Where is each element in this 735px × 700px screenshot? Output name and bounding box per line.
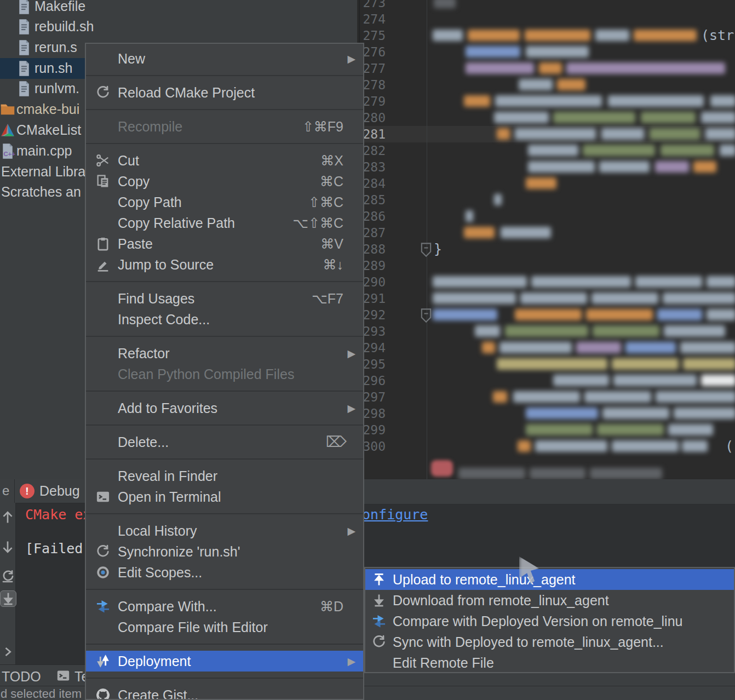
empty-icon xyxy=(94,346,112,361)
terminal-icon xyxy=(56,668,71,683)
compare-icon xyxy=(94,599,112,614)
menu-item-label: Deployment xyxy=(118,653,191,669)
tree-item-label: rerun.s xyxy=(35,39,77,55)
empty-icon xyxy=(94,468,112,484)
tree-item-label: External Libra xyxy=(1,164,85,180)
menu-item-label: Local History xyxy=(118,523,197,539)
cmake-failed-text: [Failed xyxy=(25,541,83,556)
menu-item-edit-scopes[interactable]: Edit Scopes... xyxy=(86,562,363,583)
menu-item-create-gist[interactable]: Create Gist... xyxy=(86,685,363,700)
empty-icon xyxy=(94,119,112,134)
empty-icon xyxy=(94,366,112,382)
menu-item-compare-with-deployed-version-on-remote-linu[interactable]: Compare with Deployed Version on remote_… xyxy=(365,611,734,632)
menu-item-shortcut: ⇧⌘C xyxy=(308,194,343,210)
menu-item-label: Copy Path xyxy=(118,194,182,210)
menu-item-label: Copy xyxy=(118,174,150,190)
menu-item-label: Find Usages xyxy=(118,291,194,307)
menu-item-label: Copy Relative Path xyxy=(118,215,235,231)
code-editor[interactable]: 2732742752762772782792802812822832842852… xyxy=(359,0,735,479)
error-badge-icon: ! xyxy=(20,484,35,498)
shell-file-icon xyxy=(16,39,32,56)
menu-item-find-usages[interactable]: Find Usages⌥F7 xyxy=(86,288,363,309)
menu-item-copy[interactable]: Copy⌘C xyxy=(86,171,363,192)
partial-tab[interactable]: e xyxy=(2,483,9,498)
menu-item-add-to-favorites[interactable]: Add to Favorites▶ xyxy=(86,398,363,418)
menu-item-label: Reload CMake Project xyxy=(118,85,255,101)
menu-item-deployment[interactable]: Deployment▶ xyxy=(86,651,363,672)
menu-item-reload-cmake-project[interactable]: Reload CMake Project xyxy=(86,82,363,103)
empty-icon xyxy=(94,291,112,306)
tab-debug[interactable]: Debug xyxy=(39,483,80,499)
menu-item-download-from-remote-linux-agent[interactable]: Download from remote_linux_agent xyxy=(365,590,734,611)
menu-item-label: Create Gist... xyxy=(118,687,198,700)
menu-item-copy-path[interactable]: Copy Path⇧⌘C xyxy=(86,192,363,213)
menu-item-shortcut: ⌘D xyxy=(320,599,343,615)
menu-item-shortcut: ⇧⌘F9 xyxy=(302,119,343,135)
menu-separator xyxy=(86,385,363,398)
menu-item-upload-to-remote-linux-agent[interactable]: Upload to remote_linux_agent xyxy=(365,569,734,590)
sync-icon xyxy=(371,634,387,650)
empty-icon xyxy=(94,434,112,450)
empty-icon xyxy=(94,523,112,538)
chevron-right-icon[interactable] xyxy=(0,644,15,659)
menu-item-label: Delete... xyxy=(118,434,169,450)
menu-item-label: Upload to remote_linux_agent xyxy=(393,572,576,588)
arrow-down-icon[interactable] xyxy=(0,540,15,555)
empty-icon xyxy=(94,194,112,210)
copy-icon xyxy=(94,174,112,189)
sync-icon xyxy=(94,544,112,559)
menu-item-inspect-code[interactable]: Inspect Code... xyxy=(86,309,363,330)
build-console: onfigure xyxy=(359,504,735,567)
menu-item-cut[interactable]: Cut⌘X xyxy=(86,150,363,171)
menu-item-shortcut: ⌥F7 xyxy=(312,291,343,307)
menu-item-edit-remote-file[interactable]: Edit Remote File xyxy=(365,652,734,673)
menu-item-copy-relative-path[interactable]: Copy Relative Path⌥⇧⌘C xyxy=(86,213,363,233)
menu-separator xyxy=(86,137,363,150)
menu-item-synchronize-run-sh[interactable]: Synchronize 'run.sh' xyxy=(86,541,363,562)
delete-forward-icon: ⌦ xyxy=(326,433,347,451)
folder-icon xyxy=(0,101,15,118)
configure-link[interactable]: onfigure xyxy=(362,507,428,523)
cpp-file-icon: C++ xyxy=(0,143,15,159)
menu-item-clean-python-compiled-files: Clean Python Compiled Files xyxy=(86,364,363,385)
menu-item-new[interactable]: New▶ xyxy=(86,48,363,69)
menu-item-reveal-in-finder[interactable]: Reveal in Finder xyxy=(86,466,363,486)
deployment-submenu: Upload to remote_linux_agentDownload fro… xyxy=(364,567,735,673)
fold-marker-icon[interactable] xyxy=(419,242,433,257)
submenu-arrow-icon: ▶ xyxy=(347,525,355,537)
menu-item-label: Compare File with Editor xyxy=(118,619,268,635)
arrow-up-icon[interactable] xyxy=(0,509,15,525)
menu-item-label: Recompile xyxy=(118,119,182,135)
submenu-arrow-icon: ▶ xyxy=(347,347,355,360)
menu-item-label: Add to Favorites xyxy=(118,400,217,416)
menu-item-compare-file-with-editor[interactable]: Compare File with Editor xyxy=(86,617,363,638)
menu-separator xyxy=(86,452,363,466)
menu-item-delete[interactable]: Delete...⌦ xyxy=(86,432,363,452)
menu-separator xyxy=(86,330,363,343)
menu-item-shortcut: ⌘C xyxy=(320,174,343,190)
tree-item-rebuild-sh[interactable]: rebuild.sh xyxy=(0,16,357,37)
menu-item-paste[interactable]: Paste⌘V xyxy=(86,233,363,254)
rerun-icon[interactable] xyxy=(0,569,15,584)
code-fragment: () xyxy=(725,438,735,455)
menu-item-refactor[interactable]: Refactor▶ xyxy=(86,343,363,364)
menu-item-local-history[interactable]: Local History▶ xyxy=(86,520,363,541)
toolwindow-todo[interactable]: TODO xyxy=(2,669,41,685)
menu-item-label: Edit Remote File xyxy=(393,655,494,671)
tree-item-label: Scratches an xyxy=(1,184,81,200)
menu-item-jump-to-source[interactable]: Jump to Source⌘↓ xyxy=(86,254,363,275)
tree-item-label: CMakeList xyxy=(16,122,81,138)
menu-item-label: Download from remote_linux_agent xyxy=(393,593,609,609)
scissors-icon xyxy=(94,153,112,168)
sync-icon xyxy=(94,85,112,100)
menu-item-label: Edit Scopes... xyxy=(118,565,202,581)
download-box-icon[interactable] xyxy=(0,590,16,607)
fold-marker-icon[interactable] xyxy=(419,308,433,323)
menu-item-sync-with-deployed-to-remote-linux-agent[interactable]: Sync with Deployed to remote_linux_agent… xyxy=(365,632,734,652)
tree-item-makefile[interactable]: Makefile xyxy=(0,0,357,17)
empty-icon xyxy=(94,400,112,416)
menu-item-label: Clean Python Compiled Files xyxy=(118,366,294,382)
menu-item-compare-with[interactable]: Compare With...⌘D xyxy=(86,596,363,617)
cmake-icon xyxy=(0,122,15,139)
menu-item-open-in-terminal[interactable]: Open in Terminal xyxy=(86,486,363,507)
